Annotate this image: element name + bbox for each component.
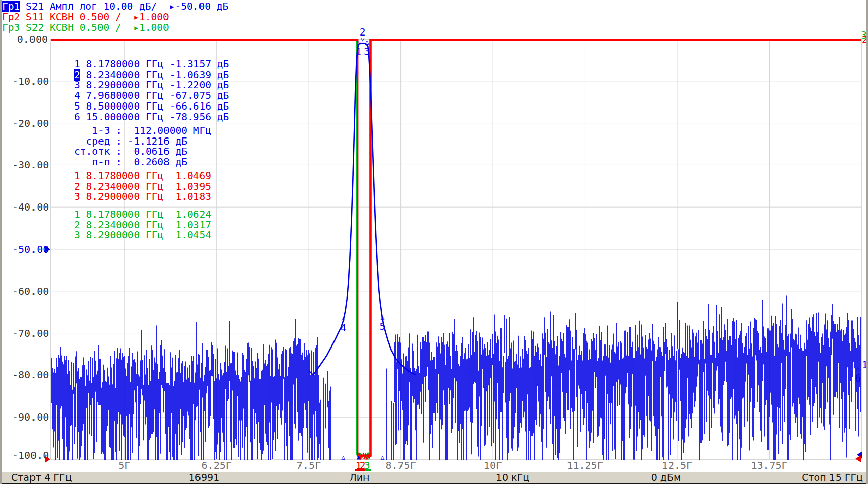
marker-values: 8.5000000 ГГц -66.616 дБ — [80, 100, 229, 112]
legend-chip-gr3[interactable]: Гр3 — [2, 22, 20, 33]
marker-row: 4 7.9680000 ГГц -67.075 дБ — [74, 91, 229, 101]
marker-triangle-1[interactable]: △ — [357, 39, 361, 46]
y-axis-label: 0.000 — [12, 33, 48, 45]
status-sweep-type[interactable]: Лин — [349, 472, 369, 483]
marker-row: 3 8.2900000 ГГц 1.0454 — [74, 230, 211, 241]
y-axis-label: -80.00 — [12, 369, 48, 381]
ref-position-arrow-s21[interactable] — [45, 246, 50, 253]
marker-glyph-6[interactable]: 6 — [855, 373, 861, 383]
window-border-left — [0, 0, 2, 484]
marker-bottom-triangle-4[interactable]: △ — [341, 454, 345, 460]
marker-number[interactable]: 2 — [74, 219, 80, 231]
marker-row: 5 8.5000000 ГГц -66.616 дБ — [74, 101, 229, 112]
marker-values: 8.1780000 ГГц 1.0624 — [80, 209, 211, 220]
marker-table-s22: 1 8.1780000 ГГц 1.0624 2 8.2340000 ГГц 1… — [74, 210, 211, 241]
marker-number[interactable]: 5 — [74, 100, 80, 112]
marker-values: 15.000000 ГГц -78.956 дБ — [80, 111, 229, 123]
legend-chip-gr2[interactable]: Гр2 — [2, 12, 20, 22]
marker-values: 8.2340000 ГГц -1.0639 дБ — [80, 69, 229, 81]
marker-number[interactable]: 3 — [74, 191, 80, 202]
x-axis-tick-label: 6.25Г — [202, 460, 232, 471]
marker-number-active[interactable]: 2 — [74, 69, 80, 81]
y-axis-label: -70.00 — [12, 328, 48, 339]
marker-underline-red — [355, 469, 365, 471]
marker-triangle-3[interactable]: △ — [365, 39, 369, 45]
status-sweep-points[interactable]: 16991 — [189, 472, 219, 483]
trace-legend: Гр1 S21 Ампл лог 10.00 дБ/ ▸-50.00 дБ Гр… — [2, 1, 228, 33]
marker-row: 3 8.2900000 ГГц 1.0183 — [74, 192, 211, 202]
marker-values: 8.2340000 ГГц 1.0317 — [80, 219, 211, 231]
marker-number[interactable]: 6 — [74, 111, 80, 123]
vna-application-window: Гр1 S21 Ампл лог 10.00 дБ/ ▸-50.00 дБ Гр… — [0, 0, 868, 484]
marker-triangle-2[interactable]: ▽ — [361, 36, 365, 42]
legend-trace-gr1[interactable]: Гр1 S21 Ампл лог 10.00 дБ/ ▸-50.00 дБ — [2, 1, 228, 12]
marker-row: 2 8.2340000 ГГц 1.0395 — [74, 182, 211, 192]
legend-trace-gr2[interactable]: Гр2 S11 КСВН 0.500 / ▸1.000 — [2, 12, 228, 22]
marker-stats-bandwidth: 1-3 : 112.00000 МГц — [74, 126, 211, 136]
marker-values: 8.2900000 ГГц -1.2200 дБ — [80, 79, 229, 91]
legend-chip-gr1[interactable]: Гр1 — [2, 1, 20, 12]
marker-values: 8.1780000 ГГц 1.0469 — [80, 170, 211, 182]
legend-trace-gr3[interactable]: Гр3 S22 КСВН 0.500 / ▸1.000 — [2, 22, 228, 33]
marker-triangle-6[interactable]: △ — [856, 365, 860, 372]
x-axis-tick-label: 12.5Г — [662, 460, 692, 471]
x-axis-tick-label: 7.5Г — [296, 460, 321, 471]
y-axis-label: -20.00 — [12, 118, 48, 129]
marker-underline-green — [365, 469, 371, 471]
marker-triangle-5[interactable]: △ — [380, 314, 384, 320]
marker-values: 8.1780000 ГГц -1.3157 дБ — [80, 58, 229, 70]
marker-values: 8.2900000 ГГц 1.0183 — [80, 191, 211, 202]
marker-glyph-4[interactable]: 4 — [340, 323, 346, 333]
marker-number[interactable]: 1 — [74, 170, 80, 182]
y-axis-label: -10.00 — [12, 76, 48, 87]
status-if-bandwidth[interactable]: 10 кГц — [496, 472, 529, 483]
marker-number[interactable]: 4 — [74, 90, 80, 101]
status-bar: Старт 4 ГГц 16991 Лин 10 кГц 0 дБм Стоп … — [0, 472, 868, 484]
y-axis-label: -60.00 — [12, 286, 48, 297]
window-border-right — [866, 0, 868, 484]
x-axis-tick-label: 8.75Г — [386, 460, 416, 471]
y-axis-label: -50.00 — [12, 244, 48, 255]
x-axis-tick-label: 11.25Г — [566, 460, 603, 471]
marker-number[interactable]: 3 — [74, 79, 80, 91]
marker-number[interactable]: 1 — [74, 209, 80, 220]
status-start-frequency[interactable]: Старт 4 ГГц — [11, 472, 72, 483]
legend-text-gr2: S11 КСВН 0.500 / ▸1.000 — [20, 11, 169, 23]
marker-row: 1 8.1780000 ГГц -1.3157 дБ — [74, 59, 229, 70]
marker-number[interactable]: 3 — [74, 229, 80, 241]
marker-number[interactable]: 2 — [74, 181, 80, 192]
y-axis-label: -40.00 — [12, 201, 48, 213]
marker-table-s21: 1 8.1780000 ГГц -1.3157 дБ 2 8.2340000 Г… — [74, 59, 229, 122]
status-stop-frequency[interactable]: Стоп 15 ГГц — [802, 472, 863, 483]
legend-text-gr3: S22 КСВН 0.500 / ▸1.000 — [20, 22, 169, 33]
marker-triangle-4[interactable]: △ — [341, 315, 345, 322]
status-output-power[interactable]: 0 дБм — [651, 472, 681, 483]
marker-row: 1 8.1780000 ГГц 1.0469 — [74, 171, 211, 182]
x-axis-tick-label: 10Г — [484, 460, 502, 471]
marker-row: 6 15.000000 ГГц -78.956 дБ — [74, 112, 229, 123]
marker-glyph-5[interactable]: 5 — [379, 322, 385, 331]
marker-glyph-1[interactable]: 1 — [356, 47, 362, 57]
marker-number[interactable]: 1 — [74, 58, 80, 70]
marker-stats-stddev: ст.отк : 0.0616 дБ — [74, 147, 211, 157]
marker-bottom-triangle-5[interactable]: △ — [380, 454, 384, 460]
marker-table-s11: 1 8.1780000 ГГц 1.0469 2 8.2340000 ГГц 1… — [74, 171, 211, 202]
marker-row: 2 8.2340000 ГГц 1.0317 — [74, 220, 211, 231]
marker-row: 2 8.2340000 ГГц -1.0639 дБ — [74, 70, 229, 81]
ref-position-arrow-s11[interactable] — [45, 456, 50, 463]
y-axis-label: -90.00 — [12, 411, 48, 423]
marker-row: 1 8.1780000 ГГц 1.0624 — [74, 210, 211, 220]
marker-values: 8.2900000 ГГц 1.0454 — [80, 229, 211, 241]
marker-row: 3 8.2900000 ГГц -1.2200 дБ — [74, 80, 229, 91]
x-axis-tick-label: 13.75Г — [751, 460, 787, 471]
x-axis-tick-label: 5Г — [118, 460, 130, 471]
marker-stats-mean: сред : -1.1216 дБ — [74, 136, 211, 147]
marker-values: 8.2340000 ГГц 1.0395 — [80, 181, 211, 192]
marker-stats-block: 1-3 : 112.00000 МГц сред : -1.1216 дБ ст… — [74, 126, 211, 168]
y-axis-label: -30.00 — [12, 159, 48, 170]
marker-glyph-3[interactable]: 3 — [364, 47, 370, 56]
marker-stats-peak-peak: п-п : 0.2608 дБ — [74, 157, 211, 168]
legend-text-gr1: S21 Ампл лог 10.00 дБ/ ▸-50.00 дБ — [20, 1, 228, 12]
y-axis-label: -100.0 — [12, 450, 48, 461]
ref-position-arrow-vswr-right[interactable] — [855, 455, 861, 462]
